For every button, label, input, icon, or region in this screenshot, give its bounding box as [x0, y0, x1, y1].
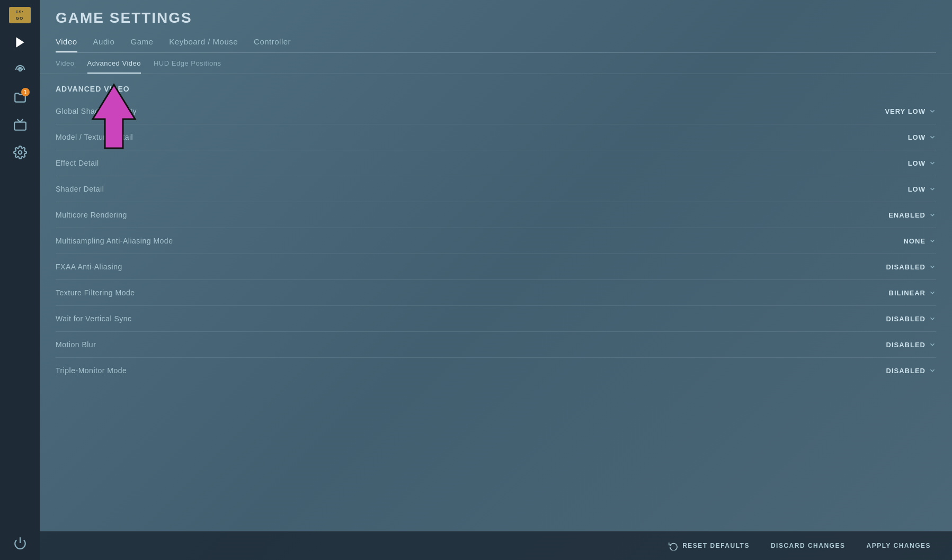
- setting-row-vsync: Wait for Vertical Sync DISABLED: [56, 306, 936, 332]
- setting-value-multicore[interactable]: ENABLED: [862, 211, 936, 219]
- csgo-logo[interactable]: CS: GO: [7, 5, 33, 26]
- tab-keyboard-mouse[interactable]: Keyboard / Mouse: [169, 37, 238, 52]
- svg-rect-0: [9, 7, 31, 23]
- settings-content: Advanced Video Global Shadow Quality VER…: [40, 74, 952, 531]
- discard-changes-button[interactable]: DISCARD CHANGES: [766, 539, 851, 553]
- setting-value-vsync[interactable]: DISABLED: [862, 315, 936, 323]
- subtab-hud-edge[interactable]: HUD Edge Positions: [154, 59, 221, 74]
- setting-label-fxaa: FXAA Anti-Aliasing: [56, 263, 122, 271]
- setting-label-vsync: Wait for Vertical Sync: [56, 314, 132, 323]
- setting-row-texture-filter: Texture Filtering Mode BILINEAR: [56, 280, 936, 306]
- setting-value-model-texture[interactable]: LOW: [862, 133, 936, 141]
- tab-video[interactable]: Video: [56, 37, 77, 52]
- setting-value-global-shadow[interactable]: VERY LOW: [862, 107, 936, 115]
- svg-point-6: [18, 151, 22, 155]
- apply-changes-button[interactable]: APPLY CHANGES: [861, 539, 936, 553]
- tv-icon[interactable]: [8, 113, 32, 137]
- setting-label-global-shadow: Global Shadow Quality: [56, 107, 137, 115]
- reset-defaults-button[interactable]: RESET DEFAULTS: [663, 538, 755, 554]
- setting-value-effect-detail[interactable]: LOW: [862, 159, 936, 167]
- tab-controller[interactable]: Controller: [254, 37, 291, 52]
- sub-tabs: Video Advanced Video HUD Edge Positions: [40, 53, 952, 74]
- setting-value-triple-monitor[interactable]: DISABLED: [862, 367, 936, 375]
- setting-value-texture-filter[interactable]: BILINEAR: [862, 289, 936, 297]
- sidebar: CS: GO 1: [0, 0, 40, 560]
- setting-row-model-texture: Model / Texture Detail LOW: [56, 124, 936, 150]
- svg-rect-5: [14, 122, 26, 130]
- setting-row-msaa: Multisampling Anti-Aliasing Mode NONE: [56, 228, 936, 254]
- page-title: GAME SETTINGS: [56, 10, 936, 26]
- setting-label-motion-blur: Motion Blur: [56, 340, 96, 349]
- setting-label-shader-detail: Shader Detail: [56, 185, 104, 193]
- power-icon[interactable]: [8, 531, 32, 555]
- setting-row-effect-detail: Effect Detail LOW: [56, 150, 936, 176]
- svg-text:CS:: CS:: [15, 10, 23, 14]
- setting-row-shader-detail: Shader Detail LOW: [56, 176, 936, 202]
- setting-row-triple-monitor: Triple-Monitor Mode DISABLED: [56, 358, 936, 383]
- svg-text:GO: GO: [16, 16, 23, 21]
- setting-value-msaa[interactable]: NONE: [862, 237, 936, 245]
- setting-row-fxaa: FXAA Anti-Aliasing DISABLED: [56, 254, 936, 280]
- play-icon[interactable]: [8, 31, 32, 54]
- notification-badge: 1: [21, 88, 30, 96]
- radio-icon[interactable]: [8, 58, 32, 82]
- settings-icon[interactable]: [8, 141, 32, 164]
- subtab-advanced-video[interactable]: Advanced Video: [87, 59, 141, 74]
- setting-label-effect-detail: Effect Detail: [56, 159, 99, 167]
- main-content: GAME SETTINGS Video Audio Game Keyboard …: [40, 0, 952, 560]
- svg-marker-3: [16, 37, 24, 48]
- setting-label-model-texture: Model / Texture Detail: [56, 133, 133, 141]
- setting-label-msaa: Multisampling Anti-Aliasing Mode: [56, 237, 173, 245]
- setting-value-fxaa[interactable]: DISABLED: [862, 263, 936, 271]
- section-title: Advanced Video: [56, 74, 936, 98]
- header: GAME SETTINGS Video Audio Game Keyboard …: [40, 0, 952, 53]
- svg-point-4: [19, 69, 21, 71]
- tab-game[interactable]: Game: [130, 37, 153, 52]
- setting-row-motion-blur: Motion Blur DISABLED: [56, 332, 936, 358]
- setting-row-multicore: Multicore Rendering ENABLED: [56, 202, 936, 228]
- subtab-video[interactable]: Video: [56, 59, 75, 74]
- tab-audio[interactable]: Audio: [93, 37, 115, 52]
- setting-label-texture-filter: Texture Filtering Mode: [56, 288, 135, 297]
- setting-label-multicore: Multicore Rendering: [56, 211, 127, 219]
- setting-value-motion-blur[interactable]: DISABLED: [862, 341, 936, 349]
- setting-label-triple-monitor: Triple-Monitor Mode: [56, 366, 127, 375]
- files-icon[interactable]: 1: [8, 86, 32, 109]
- setting-row-global-shadow: Global Shadow Quality VERY LOW: [56, 98, 936, 124]
- bottom-bar: RESET DEFAULTS DISCARD CHANGES APPLY CHA…: [40, 531, 952, 560]
- top-tabs: Video Audio Game Keyboard / Mouse Contro…: [56, 37, 936, 53]
- setting-value-shader-detail[interactable]: LOW: [862, 185, 936, 193]
